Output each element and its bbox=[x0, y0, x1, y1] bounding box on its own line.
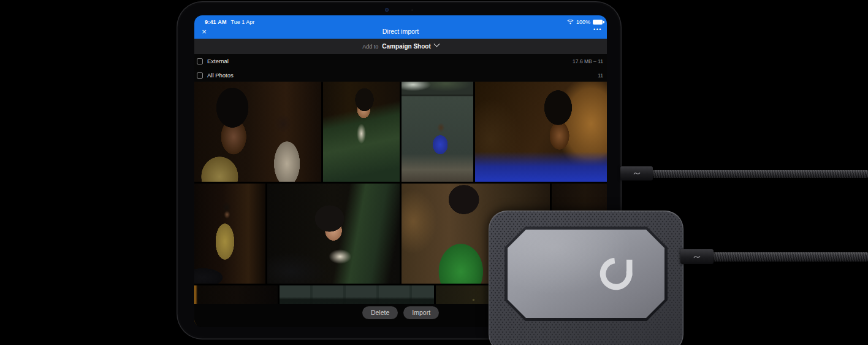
chevron-down-icon bbox=[433, 41, 440, 47]
status-time: 9:41 AM bbox=[205, 19, 227, 25]
photo-thumbnail-5[interactable] bbox=[194, 184, 265, 284]
photo-thumbnail-1[interactable] bbox=[194, 82, 321, 182]
braided-cable-drive bbox=[712, 252, 868, 262]
drive-plate-bevel bbox=[504, 227, 668, 321]
sensor-dot bbox=[411, 9, 413, 11]
battery-percent: 100% bbox=[576, 19, 590, 25]
album-selector[interactable]: Campaign Shoot bbox=[382, 43, 430, 50]
battery-icon bbox=[593, 20, 603, 25]
usb-c-connector-drive bbox=[680, 249, 714, 264]
source-row-external[interactable]: External 17.6 MB – 11 bbox=[194, 54, 607, 68]
title-row: × Direct import ••• bbox=[194, 26, 607, 39]
photo-thumbnail-2[interactable] bbox=[323, 82, 400, 182]
status-bar: 9:41 AM Tue 1 Apr 100% bbox=[194, 15, 607, 26]
source-label: All Photos bbox=[207, 72, 234, 79]
front-camera bbox=[385, 8, 389, 12]
app-header: 9:41 AM Tue 1 Apr 100% bbox=[194, 15, 607, 39]
braided-cable-ipad bbox=[652, 170, 868, 178]
wifi-icon bbox=[567, 20, 574, 25]
grid-row-1 bbox=[194, 82, 607, 182]
source-label: External bbox=[207, 58, 229, 64]
delete-button[interactable]: Delete bbox=[362, 306, 398, 319]
more-options-button[interactable]: ••• bbox=[593, 26, 602, 33]
photo-thumbnail-3[interactable] bbox=[402, 82, 473, 182]
import-button[interactable]: Import bbox=[403, 306, 439, 319]
all-photos-checkbox[interactable] bbox=[197, 72, 203, 79]
g-drive-logo-icon bbox=[596, 254, 636, 296]
add-to-label: Add to bbox=[362, 44, 378, 50]
status-date: Tue 1 Apr bbox=[231, 19, 255, 25]
thunderbolt-logo-icon bbox=[633, 171, 641, 176]
ssd-drive bbox=[489, 211, 683, 345]
thunderbolt-logo-icon bbox=[693, 255, 701, 259]
source-detail: 11 bbox=[598, 72, 603, 79]
source-detail: 17.6 MB – 11 bbox=[573, 58, 603, 64]
page-title: Direct import bbox=[194, 28, 607, 35]
drive-plate bbox=[508, 230, 664, 318]
scene: 9:41 AM Tue 1 Apr 100% bbox=[0, 0, 868, 345]
add-to-bar: Add to Campaign Shoot bbox=[194, 39, 607, 54]
source-row-all-photos[interactable]: All Photos 11 bbox=[194, 68, 607, 82]
source-list: External 17.6 MB – 11 All Photos 11 bbox=[194, 54, 607, 82]
external-checkbox[interactable] bbox=[197, 58, 203, 64]
photo-thumbnail-6[interactable] bbox=[267, 184, 400, 284]
photo-thumbnail-4[interactable] bbox=[475, 82, 607, 182]
usb-c-connector-ipad bbox=[620, 166, 653, 180]
